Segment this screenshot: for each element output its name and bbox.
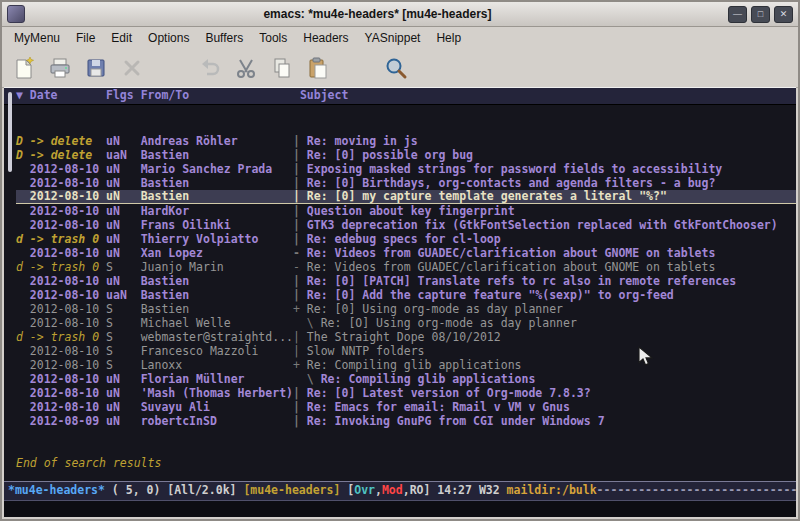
message-row[interactable]: 2012-08-10 uN Frans Oilinki | GTK3 depre… xyxy=(16,218,796,232)
field-mark xyxy=(16,414,30,428)
message-row[interactable]: 2012-08-10 uN Bastien | Re: [0] [PATCH] … xyxy=(16,274,796,288)
field-flags: uN xyxy=(106,386,141,400)
column-header-date[interactable]: ▼ Date xyxy=(16,88,106,102)
message-row[interactable]: 2012-08-10 uaN Bastien | Re: [0] Add the… xyxy=(16,288,796,302)
mouse-cursor xyxy=(638,346,654,368)
message-row[interactable]: 2012-08-10 S Francesco Mazzoli | Slow NN… xyxy=(16,344,796,358)
scrollbar[interactable] xyxy=(4,88,14,483)
message-row[interactable]: 2012-08-10 uN Xan Lopez - Re: Videos fro… xyxy=(16,246,796,260)
field-from: Francesco Mazzoli xyxy=(141,344,293,358)
field-subject: Exposing masked strings for password fie… xyxy=(307,162,722,176)
maximize-button[interactable]: □ xyxy=(751,6,770,23)
mode-line-segment: 14:27 xyxy=(437,483,479,497)
field-subject: Re: [0] possible org bug xyxy=(307,148,473,162)
field-subject: Re: Compiling glib applications xyxy=(307,358,522,372)
field-date: 2012-08-09 xyxy=(30,414,106,428)
field-from: Florian Müllner xyxy=(141,372,293,386)
toolbar-button-new-file[interactable] xyxy=(10,54,38,82)
field-from: Mario Sanchez Prada xyxy=(141,162,293,176)
field-sep: - xyxy=(293,246,307,260)
field-from: Suvayu Ali xyxy=(141,400,293,414)
message-row[interactable]: 2012-08-10 uN HardKor | Question about k… xyxy=(16,204,796,218)
field-flags: S xyxy=(106,358,141,372)
minimize-button[interactable]: — xyxy=(728,6,747,23)
copy-icon xyxy=(270,56,294,80)
field-date: 2012-08-10 xyxy=(30,204,106,218)
message-row[interactable]: 2012-08-10 S Lanoxx + Re: Compiling glib… xyxy=(16,358,796,372)
field-mark xyxy=(16,358,30,372)
scrollbar-thumb[interactable] xyxy=(8,92,12,172)
menu-item-help[interactable]: Help xyxy=(428,29,469,47)
message-row[interactable]: d -> trash 0 uN Thierry Volpiatto | Re: … xyxy=(16,232,796,246)
message-row[interactable]: d -> trash 0 S Juanjo Marin - Re: Videos… xyxy=(16,260,796,274)
field-subject: GTK3 deprecation fix (GtkFontSelection r… xyxy=(307,218,778,232)
message-row[interactable]: 2012-08-10 uN Florian Müllner \ Re: Comp… xyxy=(16,372,796,386)
field-subject: Slow NNTP folders xyxy=(307,344,425,358)
mode-line-segment: [mu4e-headers] xyxy=(243,483,340,497)
menu-item-mymenu[interactable]: MyMenu xyxy=(6,29,68,47)
menu-item-options[interactable]: Options xyxy=(140,29,197,47)
menu-bar: MyMenuFileEditOptionsBuffersToolsHeaders… xyxy=(2,27,798,49)
field-sep: | xyxy=(293,134,307,148)
field-mark xyxy=(16,274,30,288)
toolbar-button-paste[interactable] xyxy=(304,54,332,82)
field-from: Lanoxx xyxy=(141,358,293,372)
field-from: Thierry Volpiatto xyxy=(141,232,293,246)
message-row[interactable]: d -> trash 0 S webmaster@straightd...| T… xyxy=(16,330,796,344)
message-row[interactable]: 2012-08-10 uN Mario Sanchez Prada | Expo… xyxy=(16,162,796,176)
field-flags: S xyxy=(106,302,141,316)
message-row[interactable]: D -> delete uaN Bastien | Re: [0] possib… xyxy=(16,148,796,162)
mode-line-segment: ,RO] xyxy=(403,483,438,497)
field-from: Frans Oilinki xyxy=(141,218,293,232)
column-header-flags[interactable]: Flgs xyxy=(106,88,141,102)
column-header-from[interactable]: From/To xyxy=(141,88,300,102)
field-date: 2012-08-10 xyxy=(30,400,106,414)
field-sep: \ xyxy=(293,372,321,386)
message-row[interactable]: 2012-08-10 uN Bastien | Re: [0] Birthday… xyxy=(16,176,796,190)
column-header-subject[interactable]: Subject xyxy=(300,88,348,102)
menu-item-buffers[interactable]: Buffers xyxy=(197,29,251,47)
toolbar-button-undo[interactable] xyxy=(196,54,224,82)
toolbar-button-close[interactable] xyxy=(118,54,146,82)
mode-line-segment: , xyxy=(375,483,382,497)
mode-line-segment: W32 xyxy=(479,483,507,497)
message-row[interactable]: 2012-08-10 S Bastien + Re: [0] Using org… xyxy=(16,302,796,316)
menu-item-yasnippet[interactable]: YASnippet xyxy=(357,29,429,47)
field-date: 2012-08-10 xyxy=(30,176,106,190)
message-row[interactable]: D -> delete uN Andreas Röhler | Re: movi… xyxy=(16,134,796,148)
field-flags: S xyxy=(106,330,141,344)
menu-item-file[interactable]: File xyxy=(68,29,103,47)
toolbar-button-copy[interactable] xyxy=(268,54,296,82)
message-row[interactable]: 2012-08-10 uN Bastien | Re: [0] my captu… xyxy=(16,190,796,204)
close-button[interactable]: ✕ xyxy=(774,6,793,23)
message-row[interactable]: 2012-08-10 S Michael Welle \ Re: [O] Usi… xyxy=(16,316,796,330)
menu-item-edit[interactable]: Edit xyxy=(103,29,140,47)
menu-item-headers[interactable]: Headers xyxy=(295,29,356,47)
message-row[interactable]: 2012-08-10 uN Suvayu Ali | Re: Emacs for… xyxy=(16,400,796,414)
echo-area[interactable] xyxy=(4,501,796,517)
field-from: Bastien xyxy=(141,288,293,302)
toolbar-button-search[interactable] xyxy=(382,54,410,82)
toolbar-button-print[interactable] xyxy=(46,54,74,82)
field-sep: | xyxy=(293,414,307,428)
field-from: Xan Lopez xyxy=(141,246,293,260)
menu-item-tools[interactable]: Tools xyxy=(251,29,295,47)
mode-line-segment: *mu4e-headers* xyxy=(8,483,105,497)
field-from: Bastien xyxy=(141,148,293,162)
field-subject: Re: [0] my capture template generates a … xyxy=(307,189,667,203)
message-row[interactable]: 2012-08-09 uN robertcInSD | Re: Invoking… xyxy=(16,414,796,428)
toolbar-button-cut[interactable] xyxy=(232,54,260,82)
mode-line-segment: Mod xyxy=(382,483,403,497)
field-flags: uN xyxy=(106,232,141,246)
mode-line-segment: ( 5, 0) [All/2.0k] xyxy=(105,483,243,497)
toolbar-button-save[interactable] xyxy=(82,54,110,82)
close-icon xyxy=(120,56,144,80)
field-sep: | xyxy=(293,274,307,288)
field-sep: | xyxy=(293,148,307,162)
field-mark: d xyxy=(16,232,30,246)
field-subject: Re: moving in js xyxy=(307,134,418,148)
field-flags: uaN xyxy=(106,148,141,162)
field-date: 2012-08-10 xyxy=(30,218,106,232)
field-sep: | xyxy=(293,189,307,203)
message-row[interactable]: 2012-08-10 uN 'Mash (Thomas Herbert)| Re… xyxy=(16,386,796,400)
